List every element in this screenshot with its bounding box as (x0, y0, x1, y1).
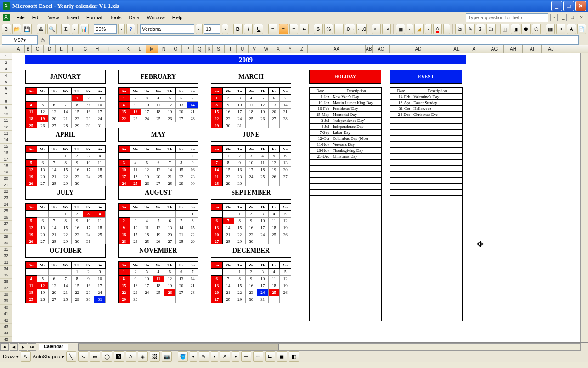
font-dd[interactable]: ▾ (196, 24, 202, 34)
row-7[interactable]: 7 (0, 92, 12, 98)
help-search-input[interactable] (466, 13, 548, 22)
tool-3[interactable]: 🗓 (476, 24, 485, 34)
horizontal-scrollbar[interactable] (78, 343, 581, 351)
col-Z[interactable]: Z (296, 45, 308, 53)
row-37[interactable]: 37 (0, 285, 12, 292)
col-AG[interactable]: AG (485, 45, 504, 53)
oval-button[interactable]: ◯ (102, 351, 112, 362)
select-objects-button[interactable]: ↖ (21, 351, 31, 362)
col-H[interactable]: H (91, 45, 103, 53)
draw-menu[interactable]: Draw ▾ (3, 354, 19, 360)
bold-button[interactable]: B (233, 24, 243, 34)
tool-6[interactable]: ◨ (511, 24, 520, 34)
help-button[interactable]: ? (126, 24, 136, 34)
shadow-button[interactable]: ◼ (277, 351, 287, 362)
fontsize-input[interactable] (204, 24, 220, 34)
row-15[interactable]: 15 (0, 144, 12, 150)
textbox-button[interactable]: 🅰 (114, 351, 124, 362)
fx-icon[interactable]: fx (41, 37, 45, 43)
menu-edit[interactable]: Edit (28, 14, 45, 21)
tab-prev[interactable]: ◀ (10, 343, 18, 351)
clipart-button[interactable]: 🖼 (150, 351, 160, 362)
col-E[interactable]: E (56, 45, 68, 53)
tool-4[interactable]: 🕮 (486, 24, 496, 34)
arrowstyle-button[interactable]: ⇆ (265, 351, 275, 362)
align-center-button[interactable]: ≡ (279, 24, 288, 34)
menu-tools[interactable]: Tools (106, 14, 125, 21)
row-19[interactable]: 19 (0, 169, 12, 176)
col-X[interactable]: X (272, 45, 284, 53)
col-C[interactable]: C (32, 45, 44, 53)
col-N[interactable]: N (158, 45, 170, 53)
row-26[interactable]: 26 (0, 214, 12, 221)
increase-decimal-button[interactable]: .0→ (345, 24, 355, 34)
row-16[interactable]: 16 (0, 150, 12, 156)
dashstyle-button[interactable]: ┄ (253, 351, 263, 362)
formula-input[interactable] (49, 35, 579, 45)
row-30[interactable]: 30 (0, 240, 12, 247)
new-button[interactable]: 🗋 (2, 24, 11, 34)
preview-button[interactable]: 🔍 (47, 24, 57, 34)
print-button[interactable]: 🖶 (37, 24, 46, 34)
cell-area[interactable]: 2009 HOLIDAY EVENT JANUARYSuMoTuWeThFrSa… (12, 53, 588, 342)
row-9[interactable]: 9 (0, 105, 12, 111)
menu-format[interactable]: Format (83, 14, 106, 21)
name-box[interactable]: M57 ▾ (2, 35, 38, 45)
font-input[interactable] (140, 24, 194, 34)
row-10[interactable]: 10 (0, 111, 12, 118)
row-1[interactable]: 1 (0, 53, 12, 60)
row-41[interactable]: 41 (0, 311, 12, 317)
comma-button[interactable]: , (334, 24, 344, 34)
menu-data[interactable]: Data (125, 14, 143, 21)
menu-file[interactable]: File (13, 14, 28, 21)
autosum-dd[interactable]: ▾ (72, 24, 78, 34)
menu-view[interactable]: View (45, 14, 63, 21)
tool-8[interactable]: ⬡ (532, 24, 541, 34)
tool-2[interactable]: ✎ (465, 24, 475, 34)
col-R[interactable]: R (206, 45, 213, 53)
decrease-decimal-button[interactable]: ←.0 (356, 24, 367, 34)
underline-button[interactable]: U (254, 24, 263, 34)
col-AF[interactable]: AF (466, 45, 485, 53)
select-all-cell[interactable] (0, 45, 12, 53)
linestyle-button[interactable]: ═ (241, 351, 251, 362)
tool-1[interactable]: 🗂 (455, 24, 464, 34)
arrow-button[interactable]: ↘ (78, 351, 88, 362)
row-32[interactable]: 32 (0, 253, 12, 259)
col-S[interactable]: S (213, 45, 225, 53)
tool-12[interactable]: 📄 (577, 24, 587, 34)
col-AE[interactable]: AE (447, 45, 466, 53)
col-AI[interactable]: AI (523, 45, 542, 53)
spreadsheet-grid[interactable]: ABCDEFGHIJKLMNOPQRSTUVWXYZAAABACADAEAFAG… (0, 45, 588, 342)
borders-button[interactable]: ▦ (396, 24, 405, 34)
linecolor-button[interactable]: ✎ (199, 351, 209, 362)
col-G[interactable]: G (79, 45, 91, 53)
tab-next[interactable]: ▶ (19, 343, 27, 351)
row-45[interactable]: 45 (0, 337, 12, 342)
row-38[interactable]: 38 (0, 292, 12, 298)
row-5[interactable]: 5 (0, 79, 12, 86)
row-28[interactable]: 28 (0, 227, 12, 234)
row-12[interactable]: 12 (0, 124, 12, 131)
col-D[interactable]: D (44, 45, 56, 53)
zoom-dd[interactable]: ▾ (118, 24, 124, 34)
col-Q[interactable]: Q (194, 45, 206, 53)
open-button[interactable]: 📂 (12, 24, 22, 34)
tab-first[interactable]: ⏮ (0, 343, 9, 351)
rectangle-button[interactable]: ▭ (90, 351, 100, 362)
row-44[interactable]: 44 (0, 330, 12, 337)
row-13[interactable]: 13 (0, 131, 12, 137)
col-AB[interactable]: AB (366, 45, 373, 53)
close-button[interactable]: ✕ (575, 1, 586, 11)
percent-button[interactable]: % (324, 24, 334, 34)
doc-minimize[interactable]: _ (560, 14, 567, 21)
row-3[interactable]: 3 (0, 66, 12, 73)
fontcolor-button[interactable]: A (433, 24, 442, 34)
align-right-button[interactable]: ≡ (289, 24, 299, 34)
tool-5[interactable]: ◫ (500, 24, 509, 34)
fontcolor2-button[interactable]: A (220, 351, 230, 362)
row-6[interactable]: 6 (0, 86, 12, 92)
col-K[interactable]: K (122, 45, 134, 53)
doc-restore[interactable]: ❐ (569, 14, 576, 21)
autoshapes-menu[interactable]: AutoShapes ▾ (33, 354, 64, 360)
